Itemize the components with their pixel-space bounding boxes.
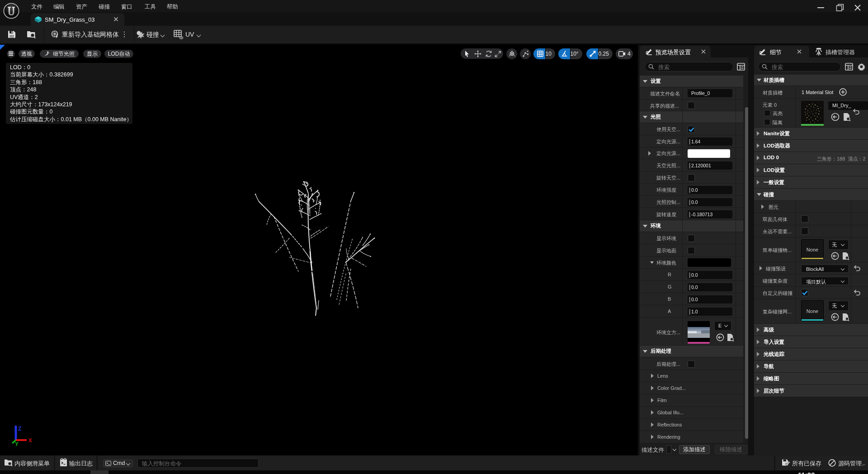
svg-text:Z: Z (18, 426, 21, 432)
svg-text:Y: Y (15, 441, 19, 447)
svg-text:X: X (28, 437, 32, 444)
